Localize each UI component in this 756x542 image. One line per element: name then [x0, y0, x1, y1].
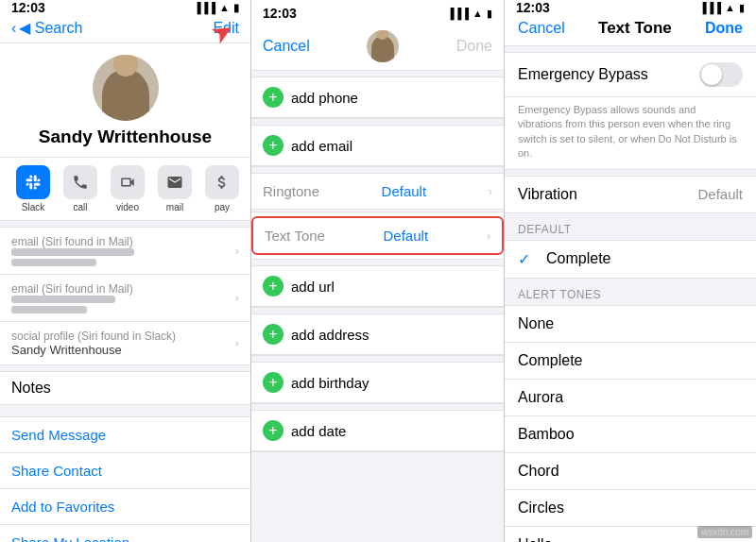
social-label: social profile (Siri found in Slack): [11, 330, 235, 343]
email-2-chevron-icon: ›: [235, 291, 239, 305]
blur-line-4: [11, 306, 87, 313]
pay-button[interactable]: pay: [198, 165, 246, 212]
add-address-row[interactable]: + add address: [251, 314, 504, 355]
share-contact-button[interactable]: Share Contact: [0, 453, 250, 489]
add-birthday-row[interactable]: + add birthday: [251, 363, 504, 403]
done-button-p2[interactable]: Done: [456, 38, 492, 55]
default-section: DEFAULT ✓ Complete: [505, 213, 756, 279]
slack-button[interactable]: Slack: [9, 165, 57, 212]
add-url-row[interactable]: + add url: [251, 266, 504, 307]
avatar-head: [113, 55, 138, 76]
email-2-label: email (Siri found in Mail): [11, 282, 235, 296]
add-email-icon: +: [263, 135, 284, 156]
video-label: video: [116, 202, 139, 212]
nav-bar-p1: ‹ ◀ Search Edit ➤: [0, 15, 250, 43]
emergency-bypass-row: Emergency Bypass: [505, 53, 756, 97]
add-address-label: add address: [291, 327, 369, 343]
add-date-icon: +: [263, 420, 284, 441]
alert-tones-section: ALERT TONES None Complete Aurora Bamboo …: [505, 279, 756, 542]
contact-actions-group: Send Message Share Contact Add to Favori…: [0, 416, 250, 542]
ringtone-value: Default: [382, 183, 427, 199]
avatar: [93, 55, 159, 121]
tone-complete[interactable]: Complete: [505, 343, 756, 380]
wifi-icon-p2: ▲: [472, 8, 483, 19]
mail-icon: [158, 165, 192, 199]
contact-action-buttons: Slack call video mail pay: [0, 158, 250, 221]
toggle-knob: [701, 64, 722, 85]
edit-contact-panel: 12:03 ▐▐▐ ▲ ▮ Cancel Done + add phone +: [251, 0, 505, 542]
signal-icon-p2: ▐▐▐: [447, 8, 469, 19]
notes-label: Notes: [11, 380, 51, 396]
call-button[interactable]: call: [57, 165, 104, 212]
vibration-label: Vibration: [518, 186, 577, 203]
text-tone-title: Text Tone: [598, 19, 672, 38]
tone-bamboo[interactable]: Bamboo: [505, 416, 756, 453]
add-url-icon: +: [263, 276, 284, 296]
tone-item-complete-default[interactable]: ✓ Complete: [505, 241, 756, 278]
wifi-icon-p3: ▲: [725, 2, 735, 13]
edit-contact-content: + add phone + add email Ringtone Default…: [251, 71, 504, 542]
blur-line-3: [11, 296, 115, 303]
tone-aurora[interactable]: Aurora: [505, 380, 756, 416]
emergency-bypass-toggle[interactable]: [699, 62, 743, 87]
social-container: social profile (Siri found in Slack) San…: [11, 330, 235, 357]
email-row-2[interactable]: email (Siri found in Mail) ›: [0, 275, 250, 322]
add-phone-row[interactable]: + add phone: [251, 77, 504, 118]
send-message-button[interactable]: Send Message: [0, 417, 250, 453]
add-date-row[interactable]: + add date: [251, 411, 504, 451]
notes-row[interactable]: Notes: [0, 371, 250, 405]
slack-label: Slack: [22, 202, 44, 212]
status-icons-p2: ▐▐▐ ▲ ▮: [447, 8, 492, 20]
mail-button[interactable]: mail: [151, 165, 198, 212]
cancel-button-p2[interactable]: Cancel: [263, 38, 310, 55]
ringtone-label: Ringtone: [263, 183, 319, 199]
video-button[interactable]: video: [104, 165, 151, 212]
ringtone-group: Ringtone Default ›: [251, 173, 504, 210]
back-chevron-icon: ‹: [11, 20, 16, 37]
email-1-label: email (Siri found in Mail): [11, 235, 235, 248]
avatar-p2: [367, 30, 399, 62]
battery-icon: ▮: [233, 2, 239, 14]
contact-info-group: email (Siri found in Mail) › email (Siri…: [0, 227, 250, 365]
text-tone-value: Default: [384, 228, 429, 244]
email-1-container: email (Siri found in Mail): [11, 235, 235, 266]
add-birthday-icon: +: [263, 372, 284, 393]
blur-line-2: [11, 259, 96, 266]
ringtone-row[interactable]: Ringtone Default ›: [251, 174, 504, 209]
checkmark-icon: ✓: [518, 250, 537, 268]
emergency-bypass-section: Emergency Bypass Emergency Bypass allows…: [505, 52, 756, 170]
text-tone-row[interactable]: Text Tone Default ›: [251, 216, 504, 255]
alert-tone-list: None Complete Aurora Bamboo Chord Circle…: [505, 305, 756, 542]
share-location-button[interactable]: Share My Location: [0, 525, 250, 542]
contact-header: Sandy Writtenhouse: [0, 43, 250, 158]
add-email-row[interactable]: + add email: [251, 126, 504, 166]
add-to-favorites-button[interactable]: Add to Favorites: [0, 489, 250, 525]
pay-label: pay: [215, 202, 230, 212]
emergency-bypass-label: Emergency Bypass: [518, 66, 648, 83]
vibration-row[interactable]: Vibration Default: [505, 176, 756, 213]
battery-icon-p2: ▮: [487, 8, 492, 20]
email-2-container: email (Siri found in Mail): [11, 282, 235, 313]
nav-bar-p3: Cancel Text Tone Done: [505, 15, 756, 46]
add-date-label: add date: [291, 423, 346, 439]
status-icons-p3: ▐▐▐ ▲ ▮: [699, 2, 745, 14]
mail-label: mail: [166, 202, 183, 212]
tone-circles[interactable]: Circles: [505, 490, 756, 527]
social-row[interactable]: social profile (Siri found in Slack) San…: [0, 322, 250, 364]
watermark: wsxdn.com: [697, 526, 752, 538]
status-bar-p2: 12:03 ▐▐▐ ▲ ▮: [251, 0, 504, 26]
add-birthday-label: add birthday: [291, 375, 369, 391]
done-button-p3[interactable]: Done: [705, 20, 743, 37]
email-1-chevron-icon: ›: [235, 244, 239, 258]
add-email-label: add email: [291, 138, 352, 154]
tone-none[interactable]: None: [505, 306, 756, 343]
nav-bar-p2: Cancel Done: [251, 26, 504, 71]
tone-chord[interactable]: Chord: [505, 453, 756, 490]
add-url-label: add url: [291, 279, 335, 295]
email-row-1[interactable]: email (Siri found in Mail) ›: [0, 228, 250, 275]
time-p1: 12:03: [11, 0, 45, 15]
email-1-value: [11, 248, 235, 266]
cancel-button-p3[interactable]: Cancel: [518, 20, 565, 37]
emergency-bypass-description: Emergency Bypass allows sounds and vibra…: [505, 97, 756, 169]
back-button-p1[interactable]: ‹ ◀ Search: [11, 19, 82, 37]
